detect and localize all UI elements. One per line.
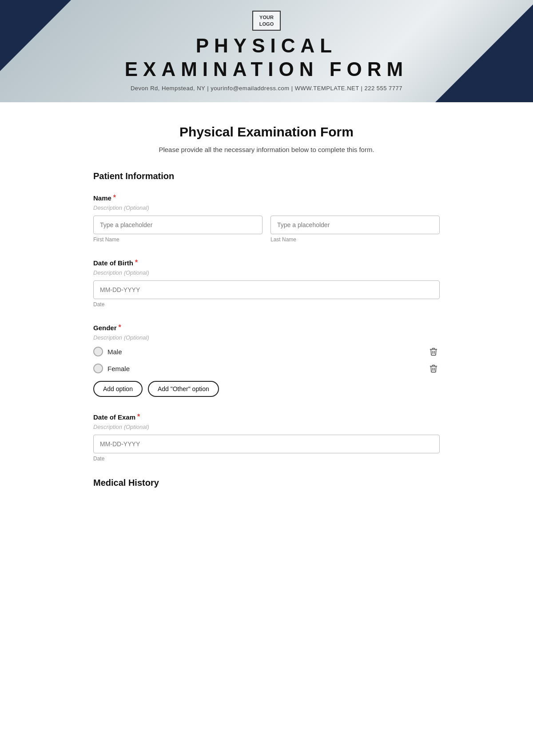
header-contact: Devon Rd, Hempstead, NY | yourinfo@email… (131, 85, 402, 92)
gender-radio-female[interactable] (93, 364, 103, 373)
last-name-input[interactable] (270, 216, 440, 234)
gender-option-female-left: Female (93, 364, 130, 373)
header-title-line2: EXAMINATION FORM (125, 58, 409, 81)
name-description: Description (Optional) (93, 204, 440, 211)
dob-field-group: Date of Birth * Description (Optional) D… (93, 259, 440, 308)
gender-option-male-row: Male (93, 345, 440, 358)
gender-label: Gender * (93, 324, 440, 332)
form-title: Physical Examination Form (93, 124, 440, 140)
main-content: Physical Examination Form Please provide… (67, 102, 466, 536)
exam-date-sublabel: Date (93, 456, 440, 462)
name-required-star: * (113, 194, 116, 202)
page-header: YOUR LOGO PHYSICAL EXAMINATION FORM Devo… (0, 0, 533, 102)
logo-line1: YOUR (259, 15, 274, 20)
add-other-option-button[interactable]: Add "Other" option (148, 381, 219, 397)
name-field-group: Name * Description (Optional) First Name… (93, 194, 440, 243)
gender-label-female: Female (107, 365, 130, 372)
dob-required-star: * (135, 259, 138, 267)
gender-option-female-row: Female (93, 362, 440, 375)
exam-date-field-group: Date of Exam * Description (Optional) Da… (93, 413, 440, 462)
gender-description: Description (Optional) (93, 334, 440, 341)
name-label: Name * (93, 194, 440, 202)
dob-label: Date of Birth * (93, 259, 440, 267)
header-title: PHYSICAL EXAMINATION FORM (125, 34, 409, 81)
first-name-wrapper: First Name (93, 216, 263, 243)
dob-sublabel: Date (93, 301, 440, 308)
gender-required-star: * (119, 324, 121, 332)
exam-date-input[interactable] (93, 435, 440, 453)
last-name-wrapper: Last Name (270, 216, 440, 243)
section-medical-history: Medical History (93, 478, 440, 490)
delete-male-button[interactable] (427, 345, 440, 358)
delete-female-button[interactable] (427, 362, 440, 375)
header-title-line1: PHYSICAL (125, 34, 409, 58)
add-option-button[interactable]: Add option (93, 381, 143, 397)
header-content: YOUR LOGO PHYSICAL EXAMINATION FORM Devo… (0, 0, 533, 102)
section-patient-info: Patient Information (93, 171, 440, 183)
first-name-sublabel: First Name (93, 236, 263, 243)
gender-option-male-left: Male (93, 347, 122, 356)
name-input-row: First Name Last Name (93, 216, 440, 243)
gender-option-buttons: Add option Add "Other" option (93, 381, 440, 397)
exam-date-required-star: * (137, 413, 140, 421)
logo-line2: LOGO (259, 21, 274, 27)
gender-radio-male[interactable] (93, 347, 103, 356)
first-name-input[interactable] (93, 216, 263, 234)
form-description: Please provide all the necessary informa… (93, 146, 440, 153)
exam-date-description: Description (Optional) (93, 424, 440, 430)
dob-input[interactable] (93, 280, 440, 299)
gender-field-group: Gender * Description (Optional) Male (93, 324, 440, 397)
gender-label-male: Male (107, 348, 122, 356)
logo-box: YOUR LOGO (252, 11, 281, 31)
dob-description: Description (Optional) (93, 269, 440, 276)
exam-date-label: Date of Exam * (93, 413, 440, 421)
last-name-sublabel: Last Name (270, 236, 440, 243)
